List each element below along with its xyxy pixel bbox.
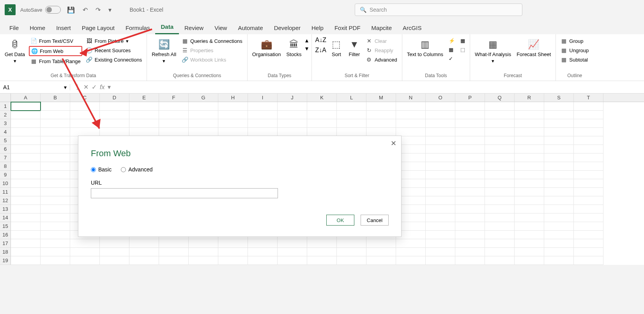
cell[interactable]	[337, 239, 366, 248]
cell[interactable]	[307, 256, 337, 265]
cell[interactable]	[426, 136, 455, 145]
cell[interactable]	[455, 213, 485, 222]
cell[interactable]	[426, 179, 455, 188]
col-header[interactable]: O	[426, 93, 455, 102]
cell[interactable]	[70, 239, 100, 248]
row-header[interactable]: 15	[0, 222, 11, 231]
radio-basic[interactable]: Basic	[91, 166, 111, 173]
cell[interactable]	[248, 256, 278, 265]
cell[interactable]	[218, 119, 248, 128]
cell[interactable]	[485, 231, 515, 239]
cell[interactable]	[11, 111, 41, 119]
qat-dropdown-icon[interactable]: ▾	[107, 6, 113, 14]
cell[interactable]	[544, 239, 574, 248]
row-header[interactable]: 7	[0, 153, 11, 162]
col-header[interactable]: S	[544, 93, 574, 102]
remove-duplicates-icon[interactable]: ▦	[447, 46, 456, 54]
from-picture-button[interactable]: 🖼From Picture ▾	[85, 37, 143, 45]
cell[interactable]	[307, 102, 337, 111]
col-header[interactable]: E	[129, 93, 159, 102]
cell[interactable]	[41, 145, 70, 153]
cell[interactable]	[11, 239, 41, 248]
existing-connections-button[interactable]: 🔗Existing Connections	[85, 55, 143, 64]
col-header[interactable]: H	[218, 93, 248, 102]
cell[interactable]	[159, 128, 189, 136]
cell[interactable]	[485, 196, 515, 205]
stocks-button[interactable]: 🏛Stocks	[285, 37, 303, 59]
cell[interactable]	[455, 222, 485, 231]
cell[interactable]	[129, 248, 159, 256]
cell[interactable]	[248, 239, 278, 248]
cell[interactable]	[100, 119, 129, 128]
cell[interactable]	[485, 205, 515, 213]
cell[interactable]	[574, 145, 603, 153]
cell[interactable]	[426, 171, 455, 179]
reapply-button[interactable]: ↻Reapply	[364, 46, 399, 55]
cell[interactable]	[485, 119, 515, 128]
advanced-button[interactable]: ⚙Advanced	[364, 55, 399, 64]
tab-mapcite[interactable]: Mapcite	[366, 21, 398, 34]
cell[interactable]	[455, 136, 485, 145]
fx-icon[interactable]: fx	[100, 84, 104, 91]
chevron-down-icon[interactable]: ▾	[305, 45, 308, 52]
col-header[interactable]: K	[307, 93, 337, 102]
cell[interactable]	[574, 239, 603, 248]
cell[interactable]	[544, 222, 574, 231]
cell[interactable]	[485, 136, 515, 145]
cell[interactable]	[278, 111, 307, 119]
cell[interactable]	[41, 179, 70, 188]
cell[interactable]	[278, 128, 307, 136]
cell[interactable]	[129, 256, 159, 265]
cell[interactable]	[337, 119, 366, 128]
cell[interactable]	[218, 239, 248, 248]
row-header[interactable]: 2	[0, 111, 11, 119]
cell[interactable]	[189, 248, 218, 256]
cell[interactable]	[574, 196, 603, 205]
cell[interactable]	[515, 239, 544, 248]
cell[interactable]	[218, 102, 248, 111]
cell[interactable]	[41, 119, 70, 128]
autosave-toggle[interactable]: AutoSave	[20, 6, 61, 14]
cell[interactable]	[41, 196, 70, 205]
cell[interactable]	[426, 145, 455, 153]
cell[interactable]	[11, 102, 41, 111]
cell[interactable]	[574, 153, 603, 162]
cell[interactable]	[11, 222, 41, 231]
cell[interactable]	[515, 179, 544, 188]
cell[interactable]	[544, 213, 574, 222]
cell[interactable]	[278, 102, 307, 111]
cell[interactable]	[307, 111, 337, 119]
cell[interactable]	[574, 102, 603, 111]
organisation-button[interactable]: 💼Organisation	[251, 37, 283, 59]
cell[interactable]	[455, 145, 485, 153]
cell[interactable]	[70, 102, 100, 111]
cell[interactable]	[100, 111, 129, 119]
cell[interactable]	[426, 162, 455, 171]
cell[interactable]	[129, 239, 159, 248]
cell[interactable]	[41, 188, 70, 196]
col-header[interactable]: D	[100, 93, 129, 102]
undo-icon[interactable]: ↶	[81, 6, 89, 14]
cell[interactable]	[485, 153, 515, 162]
cell[interactable]	[100, 102, 129, 111]
cell[interactable]	[41, 128, 70, 136]
cell[interactable]	[189, 102, 218, 111]
cell[interactable]	[189, 111, 218, 119]
cell[interactable]	[11, 248, 41, 256]
cell[interactable]	[41, 136, 70, 145]
tab-file[interactable]: File	[4, 21, 24, 34]
cell[interactable]	[396, 248, 426, 256]
cell[interactable]	[41, 205, 70, 213]
cell[interactable]	[41, 213, 70, 222]
cell[interactable]	[70, 119, 100, 128]
cell[interactable]	[515, 153, 544, 162]
col-header[interactable]: Q	[485, 93, 515, 102]
cell[interactable]	[426, 119, 455, 128]
tab-help[interactable]: Help	[306, 21, 329, 34]
enter-icon[interactable]: ✓	[92, 83, 97, 91]
tab-arcgis[interactable]: ArcGIS	[397, 21, 427, 34]
cell[interactable]	[515, 222, 544, 231]
row-header[interactable]: 4	[0, 128, 11, 136]
cell[interactable]	[307, 239, 337, 248]
cell[interactable]	[41, 162, 70, 171]
